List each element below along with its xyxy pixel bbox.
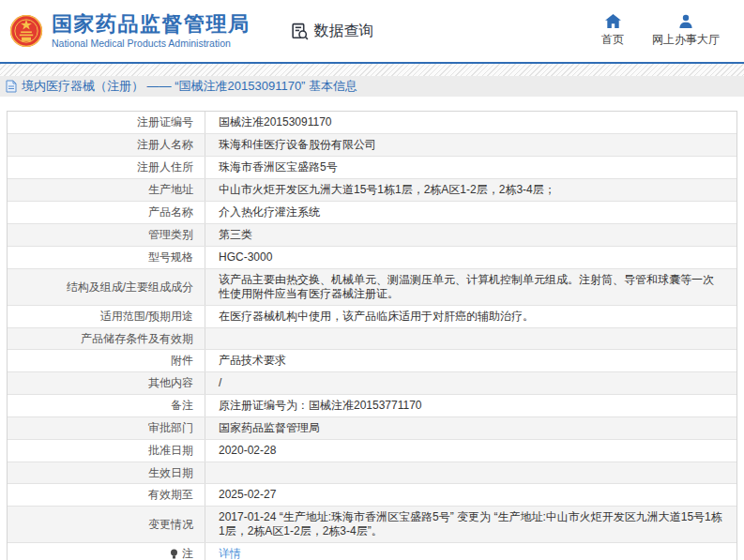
row-value: /: [205, 372, 736, 394]
top-nav: 首页 网上办事大厅: [601, 14, 720, 48]
brand: 国家药品监督管理局 National Medical Products Admi…: [9, 13, 251, 50]
row-label: 管理类别: [8, 224, 205, 246]
hatch-divider: [0, 64, 744, 76]
table-row: 生效日期: [8, 462, 736, 483]
row-value: [205, 328, 736, 349]
row-label: 注: [8, 543, 205, 560]
nav-item-home[interactable]: 首页: [601, 14, 624, 48]
row-label: 适用范围/预期用途: [8, 306, 205, 327]
table-row: 生产地址 中山市火炬开发区九洲大道15号1栋1层，2栋A区1-2层，2栋3-4层…: [8, 178, 736, 201]
breadcrumb: 境内医疗器械（注册） —— “国械注准20153091170” 基本信息: [0, 76, 744, 97]
row-value: HGC-3000: [205, 247, 736, 268]
national-emblem-icon: [9, 13, 43, 49]
row-value: 该产品主要由热交换、机械单元、测温测压单元、计算机控制单元组成。注射筒、导管和球…: [205, 269, 736, 305]
nav-item-service-hall[interactable]: 网上办事大厅: [652, 14, 720, 48]
table-row: 管理类别 第三类: [8, 223, 736, 246]
org-name-cn: 国家药品监督管理局: [52, 13, 251, 36]
table-row: 注册证编号 国械注准20153091170: [8, 112, 736, 133]
table-row: 备注 原注册证编号为：国械注准20153771170: [8, 394, 736, 416]
row-label: 其他内容: [8, 372, 205, 394]
table-row: 产品储存条件及有效期: [8, 327, 736, 349]
breadcrumb-text: 境内医疗器械（注册） —— “国械注准20153091170” 基本信息: [22, 78, 357, 95]
row-value: 原注册证编号为：国械注准20153771170: [205, 395, 736, 416]
row-label: 结构及组成/主要组成成分: [8, 269, 205, 305]
row-label: 注册人住所: [8, 157, 205, 178]
row-value: 产品技术要求: [205, 350, 736, 371]
row-value: 国家药品监督管理局: [205, 417, 736, 439]
page-header: 国家药品监督管理局 National Medical Products Admi…: [0, 0, 744, 64]
data-query-entry[interactable]: 数据查询: [290, 22, 374, 41]
row-label: 有效期至: [8, 484, 205, 506]
detail-link[interactable]: 详情: [219, 547, 241, 560]
note-label: 注: [182, 546, 193, 560]
table-row: 变更情况 2017-01-24 “生产地址:珠海市香洲区宝盛路5号” 变更为 “…: [8, 506, 736, 542]
row-value: 介入热化疗灌注系统: [205, 202, 736, 223]
row-value: 珠海和佳医疗设备股份有限公司: [205, 134, 736, 156]
row-label: 注册证编号: [8, 112, 205, 133]
table-row: 结构及组成/主要组成成分 该产品主要由热交换、机械单元、测温测压单元、计算机控制…: [8, 268, 736, 305]
row-label: 产品名称: [8, 202, 205, 223]
nav-hall-label: 网上办事大厅: [652, 32, 720, 48]
bulb-icon: [170, 549, 178, 560]
table-row: 适用范围/预期用途 在医疗器械机构中使用，该产品临床适用于对肝癌的辅助治疗。: [8, 305, 736, 327]
table-row: 产品名称 介入热化疗灌注系统: [8, 201, 736, 223]
table-row: 附件 产品技术要求: [8, 349, 736, 371]
row-value: 2020-02-28: [205, 440, 736, 462]
data-query-label: 数据查询: [314, 22, 374, 41]
row-label: 生效日期: [8, 462, 205, 483]
row-value: 详情: [205, 543, 736, 560]
registration-info-table: 注册证编号 国械注准20153091170 注册人名称 珠海和佳医疗设备股份有限…: [7, 111, 737, 560]
table-row: 批准日期 2020-02-28: [8, 439, 736, 462]
row-label: 产品储存条件及有效期: [8, 328, 205, 349]
row-label: 批准日期: [8, 440, 205, 462]
table-row: 注册人住所 珠海市香洲区宝盛路5号: [8, 156, 736, 178]
row-value: 在医疗器械机构中使用，该产品临床适用于对肝癌的辅助治疗。: [205, 306, 736, 327]
row-value: 珠海市香洲区宝盛路5号: [205, 157, 736, 178]
table-row: 注册人名称 珠海和佳医疗设备股份有限公司: [8, 133, 736, 156]
org-name-en: National Medical Products Administration: [52, 38, 251, 50]
doc-search-icon: [290, 22, 310, 41]
row-value: 国械注准20153091170: [205, 112, 736, 133]
table-row-note: 注 详情: [8, 542, 736, 560]
table-row: 其他内容 /: [8, 371, 736, 394]
row-label: 生产地址: [8, 179, 205, 201]
row-label: 变更情况: [8, 507, 205, 542]
row-label: 附件: [8, 350, 205, 371]
row-label: 型号规格: [8, 247, 205, 268]
row-value: 2017-01-24 “生产地址:珠海市香洲区宝盛路5号” 变更为 “生产地址:…: [205, 507, 736, 542]
row-label: 注册人名称: [8, 134, 205, 156]
row-value: 第三类: [205, 224, 736, 246]
home-icon: [605, 14, 621, 28]
row-label: 审批部门: [8, 417, 205, 439]
row-label: 备注: [8, 395, 205, 416]
row-value: [205, 462, 736, 483]
nav-home-label: 首页: [601, 32, 624, 48]
row-value: 2025-02-27: [205, 484, 736, 506]
table-row: 有效期至 2025-02-27: [8, 483, 736, 506]
table-row: 型号规格 HGC-3000: [8, 246, 736, 268]
row-value: 中山市火炬开发区九洲大道15号1栋1层，2栋A区1-2层，2栋3-4层；: [205, 179, 736, 201]
person-icon: [678, 14, 693, 28]
document-icon: [6, 80, 17, 93]
table-row: 审批部门 国家药品监督管理局: [8, 416, 736, 439]
